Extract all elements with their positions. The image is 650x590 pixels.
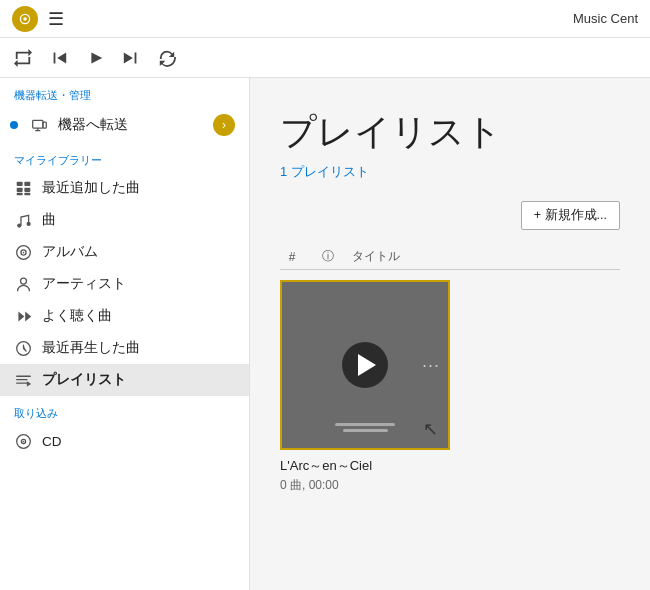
artist-icon: [14, 275, 32, 293]
recent-icon: [14, 339, 32, 357]
sidebar-item-frequent[interactable]: よく聴く曲: [0, 300, 249, 332]
sidebar-item-songs[interactable]: 曲: [0, 204, 249, 236]
app-logo: [12, 6, 38, 32]
sidebar: 機器転送・管理 機器へ転送 › マイライブラリー 最近追加した曲 曲: [0, 78, 250, 590]
album-icon: [14, 243, 32, 261]
device-icon: [30, 116, 48, 134]
svg-point-13: [22, 251, 24, 253]
refresh-button[interactable]: [158, 49, 176, 67]
svg-rect-7: [16, 192, 22, 195]
prev-button[interactable]: [50, 49, 68, 67]
sidebar-item-device-transfer[interactable]: 機器へ転送 ›: [0, 107, 249, 143]
col-hash: #: [280, 250, 304, 264]
sidebar-item-albums[interactable]: アルバム: [0, 236, 249, 268]
content-toolbar: + 新規作成...: [280, 201, 620, 230]
playlist-label: プレイリスト: [42, 371, 126, 389]
device-transfer-label: 機器へ転送: [58, 116, 128, 134]
playlist-meta: 0 曲, 00:00: [280, 477, 450, 494]
frequent-label: よく聴く曲: [42, 307, 112, 325]
sidebar-item-cd[interactable]: CD: [0, 425, 249, 457]
svg-point-10: [26, 221, 30, 225]
playlist-count: 1 プレイリスト: [280, 163, 620, 181]
svg-rect-3: [16, 181, 22, 185]
recent-added-label: 最近追加した曲: [42, 179, 140, 197]
playlist-thumbnail[interactable]: ··· ↖: [280, 280, 450, 450]
main-layout: 機器転送・管理 機器へ転送 › マイライブラリー 最近追加した曲 曲: [0, 78, 650, 590]
svg-rect-4: [24, 181, 30, 185]
next-button[interactable]: [122, 49, 140, 67]
grid-icon: [14, 179, 32, 197]
svg-rect-2: [42, 122, 45, 128]
svg-rect-1: [32, 120, 42, 128]
recent-played-label: 最近再生した曲: [42, 339, 140, 357]
cursor-indicator: ↖: [423, 418, 438, 440]
playlist-name: L'Arc～en～Ciel: [280, 457, 450, 475]
svg-rect-6: [24, 187, 30, 191]
svg-point-18: [22, 440, 24, 442]
svg-point-0: [23, 17, 27, 21]
playlist-icon: [14, 371, 32, 389]
svg-point-9: [17, 223, 21, 227]
play-triangle-icon: [358, 354, 376, 376]
col-title: タイトル: [352, 248, 620, 265]
music-note-icon: [14, 211, 32, 229]
sidebar-item-playlist[interactable]: プレイリスト: [0, 364, 249, 396]
device-dot: [10, 121, 18, 129]
device-chevron: ›: [213, 114, 235, 136]
cd-icon: [14, 432, 32, 450]
app-title: Music Cent: [573, 11, 638, 26]
svg-marker-15: [26, 381, 30, 386]
sidebar-item-recent-added[interactable]: 最近追加した曲: [0, 172, 249, 204]
hamburger-button[interactable]: ☰: [48, 8, 64, 30]
thumb-lines: [335, 423, 395, 432]
play-forward-icon: [14, 307, 32, 325]
header: ☰ Music Cent: [0, 0, 650, 38]
svg-rect-5: [16, 187, 22, 191]
cd-label: CD: [42, 434, 62, 449]
sidebar-section-import: 取り込み: [0, 396, 249, 425]
svg-rect-8: [24, 192, 30, 195]
playback-toolbar: [0, 38, 650, 78]
page-title: プレイリスト: [280, 108, 620, 157]
sidebar-section-library: マイライブラリー: [0, 143, 249, 172]
new-playlist-button[interactable]: + 新規作成...: [521, 201, 620, 230]
play-button[interactable]: [86, 49, 104, 67]
table-header: # ⓘ タイトル: [280, 244, 620, 270]
thumb-line-2: [343, 429, 388, 432]
play-circle[interactable]: [342, 342, 388, 388]
repeat-button[interactable]: [14, 49, 32, 67]
more-options-button[interactable]: ···: [422, 355, 440, 376]
sidebar-item-recent-played[interactable]: 最近再生した曲: [0, 332, 249, 364]
sidebar-section-device: 機器転送・管理: [0, 78, 249, 107]
content-area: プレイリスト 1 プレイリスト + 新規作成... # ⓘ タイトル ··· ↖: [250, 78, 650, 590]
artists-label: アーティスト: [42, 275, 126, 293]
albums-label: アルバム: [42, 243, 98, 261]
songs-label: 曲: [42, 211, 56, 229]
svg-point-14: [20, 278, 26, 284]
thumb-line-1: [335, 423, 395, 426]
col-info: ⓘ: [318, 248, 338, 265]
playlist-card: ··· ↖ L'Arc～en～Ciel 0 曲, 00:00: [280, 280, 450, 494]
sidebar-item-artists[interactable]: アーティスト: [0, 268, 249, 300]
